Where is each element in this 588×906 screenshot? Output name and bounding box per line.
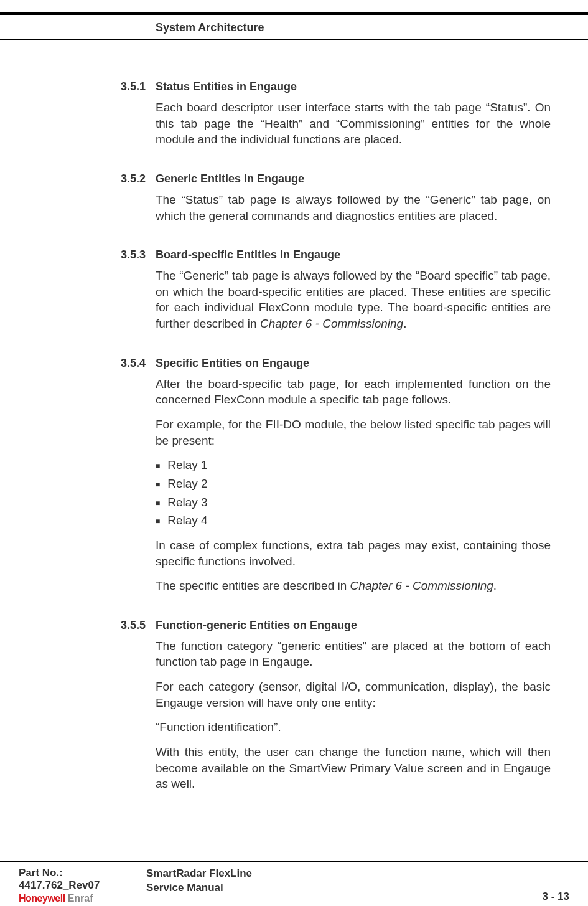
section-3-5-4: 3.5.4 Specific Entities on Engauge After…: [0, 357, 551, 594]
section-number: 3.5.2: [0, 172, 156, 186]
doc-title-line1: SmartRadar FlexLine: [146, 867, 252, 881]
footer-left: Part No.: 4417.762_Rev07 Honeywell Enraf: [19, 867, 146, 904]
section-3-5-5: 3.5.5 Function-generic Entities on Engau…: [0, 619, 551, 792]
section-number: 3.5.5: [0, 619, 156, 632]
doc-title-line2: Service Manual: [146, 881, 252, 895]
paragraph: In case of complex functions, extra tab …: [156, 537, 551, 569]
section-title: Specific Entities on Engauge: [156, 357, 309, 370]
page-content: 3.5.1 Status Entities in Engauge Each bo…: [0, 80, 551, 792]
paragraph: Each board descriptor user interface sta…: [156, 100, 551, 148]
paragraph: The “Generic” tab page is always followe…: [156, 268, 551, 332]
section-title: Generic Entities in Engauge: [156, 172, 304, 186]
section-number: 3.5.3: [0, 248, 156, 262]
list-item: Relay 2: [156, 476, 551, 492]
list-item: Relay 1: [156, 457, 551, 473]
section-title: Board-specific Entities in Engauge: [156, 248, 340, 262]
footer-logo: Honeywell Enraf: [19, 893, 146, 904]
paragraph: After the board-specific tab page, for e…: [156, 376, 551, 408]
paragraph: For each category (sensor, digital I/O, …: [156, 679, 551, 710]
list-item: Relay 3: [156, 494, 551, 511]
header-title: System Architecture: [156, 21, 588, 34]
relay-list: Relay 1 Relay 2 Relay 3 Relay 4: [156, 457, 551, 529]
paragraph: “Function identification”.: [156, 719, 551, 735]
section-title: Status Entities in Engauge: [156, 80, 297, 93]
paragraph: The specific entities are described in C…: [156, 578, 551, 594]
section-title: Function-generic Entities on Engauge: [156, 619, 357, 632]
paragraph: The function category “generic entities”…: [156, 638, 551, 670]
paragraph: With this entity, the user can change th…: [156, 744, 551, 792]
section-3-5-3: 3.5.3 Board-specific Entities in Engauge…: [0, 248, 551, 332]
page-header: System Architecture: [0, 15, 588, 39]
page-number: 3 - 13: [543, 890, 569, 904]
header-rule-bottom: [0, 39, 588, 40]
section-number: 3.5.1: [0, 80, 156, 93]
section-body: Each board descriptor user interface sta…: [156, 100, 551, 148]
enraf-logo: Enraf: [68, 893, 93, 904]
section-3-5-2: 3.5.2 Generic Entities in Engauge The “S…: [0, 172, 551, 224]
part-number: Part No.: 4417.762_Rev07: [19, 867, 146, 892]
section-body: After the board-specific tab page, for e…: [156, 376, 551, 594]
paragraph: For example, for the FII-DO module, the …: [156, 417, 551, 448]
section-number: 3.5.4: [0, 357, 156, 370]
honeywell-logo: Honeywell: [19, 893, 65, 904]
footer-doc-title: SmartRadar FlexLine Service Manual: [146, 867, 252, 895]
section-body: The “Status” tab page is always followed…: [156, 192, 551, 224]
paragraph: The “Status” tab page is always followed…: [156, 192, 551, 224]
page-footer: Part No.: 4417.762_Rev07 Honeywell Enraf…: [0, 861, 588, 906]
list-item: Relay 4: [156, 512, 551, 529]
section-body: The “Generic” tab page is always followe…: [156, 268, 551, 332]
section-body: The function category “generic entities”…: [156, 638, 551, 792]
section-3-5-1: 3.5.1 Status Entities in Engauge Each bo…: [0, 80, 551, 148]
